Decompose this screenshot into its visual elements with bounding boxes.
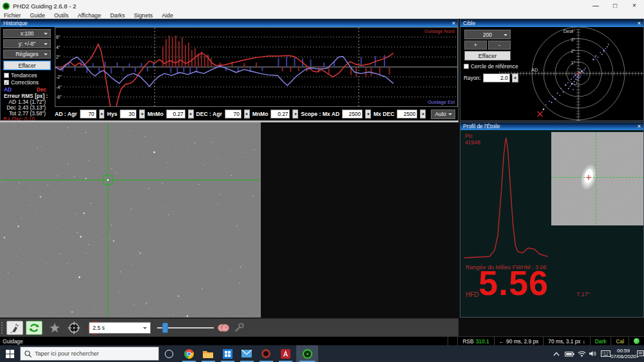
cal-status-cell: Cal [611, 337, 629, 345]
dec-mode-dropdown[interactable]: Auto [431, 110, 455, 119]
advanced-settings-button[interactable] [215, 321, 232, 335]
tray-chevron-button[interactable] [551, 345, 562, 362]
trend-checkbox-row[interactable]: Tendances [4, 72, 37, 79]
corrections-checkbox[interactable]: ✓ [4, 80, 9, 85]
dec-agr-stepper[interactable] [244, 110, 250, 119]
history-close-icon[interactable]: × [452, 20, 455, 26]
ad-agr-input[interactable] [80, 110, 97, 119]
target-panel-titlebar[interactable]: Cible × [460, 19, 643, 27]
svg-text:2": 2" [571, 49, 576, 53]
mnmo-ra-stepper[interactable] [188, 110, 194, 119]
target-zoom-in-button[interactable]: + [464, 41, 487, 50]
yscale-value: y: +/-8" [19, 41, 35, 47]
hys-label: Hys [107, 111, 117, 117]
target-zoom-out-button[interactable]: - [488, 41, 511, 50]
guide-camera-frame[interactable] [0, 122, 261, 318]
history-panel-titlebar[interactable]: Historique × [1, 19, 458, 27]
tray-wifi[interactable] [576, 345, 587, 362]
taskbar-mail[interactable] [237, 345, 256, 362]
mnmo-dec-input[interactable] [270, 110, 290, 119]
taskbar-search-box[interactable] [20, 347, 159, 361]
mx-dec-stepper[interactable] [420, 110, 426, 119]
history-xscale-dropdown[interactable]: x:100 [3, 29, 51, 38]
history-clear-button[interactable]: Effacer [3, 61, 51, 70]
menu-guide[interactable]: Guide [30, 12, 44, 19]
taskbar-red-ring-app[interactable] [256, 345, 276, 362]
profile-panel-titlebar[interactable]: Profil de l'Étoile × [460, 122, 643, 130]
search-input[interactable] [35, 350, 144, 357]
stretch-slider-thumb[interactable] [162, 323, 168, 333]
corrections-checkbox-row[interactable]: ✓ Corrections [4, 79, 39, 86]
main-toolbar: STOP 2.5 s [0, 318, 459, 336]
menu-affichage[interactable]: Affichage [77, 12, 101, 19]
cortana-button[interactable] [160, 345, 178, 362]
menu-darks[interactable]: Darks [110, 12, 125, 19]
action-center-button[interactable] [636, 345, 644, 362]
target-clear-button[interactable]: Effacer [464, 51, 511, 61]
radius-input[interactable] [483, 73, 510, 82]
svg-text:Dec: Dec [564, 28, 573, 34]
ref-circle-label: Cercle de référence [471, 63, 518, 70]
mnmo-ra-input[interactable] [166, 110, 185, 119]
minimize-button[interactable]: — [586, 0, 605, 12]
mnmo-dec-stepper[interactable] [292, 110, 298, 119]
history-yscale-dropdown[interactable]: y: +/-8" [3, 39, 51, 48]
connected-indicator-icon [634, 338, 639, 344]
target-zoom-dropdown[interactable]: 200 [464, 30, 511, 39]
trend-checkbox[interactable] [4, 73, 9, 78]
hys-input[interactable] [120, 110, 137, 119]
history-settings-dropdown[interactable]: Réglages [3, 50, 51, 59]
action-center-icon [637, 350, 644, 357]
target-panel-title: Cible [463, 20, 475, 26]
menu-fichier[interactable]: Fichier [4, 12, 21, 19]
taskbar-store[interactable] [218, 345, 237, 362]
start-guiding-button[interactable] [66, 321, 82, 335]
taskbar-chrome[interactable] [179, 345, 198, 362]
connect-equipment-button[interactable] [6, 321, 23, 335]
tray-volume[interactable] [587, 345, 599, 362]
connection-status-cell [629, 337, 644, 345]
profile-close-icon[interactable]: × [638, 123, 641, 129]
taskbar-adobe-reader[interactable] [276, 345, 295, 362]
legend-dec: Dec [37, 86, 46, 93]
dec-agr-input[interactable] [225, 110, 242, 119]
mx-ad-stepper[interactable] [365, 110, 371, 119]
hfd-arcsec: 7.17" [576, 291, 590, 298]
crosshair-horizontal-line [0, 180, 261, 180]
ref-circle-checkbox-row[interactable]: Cercle de référence [464, 63, 518, 70]
camera-settings-button[interactable] [231, 321, 247, 335]
hys-stepper[interactable] [139, 110, 145, 119]
toolbar-grip[interactable] [1, 322, 4, 334]
tray-battery[interactable] [563, 345, 576, 362]
taskbar-phd2-active[interactable] [296, 345, 318, 362]
target-close-icon[interactable]: × [638, 20, 641, 26]
start-button[interactable] [0, 345, 19, 362]
history-graph-plot: 6"4"2"-2"-4"-6" [55, 27, 458, 107]
menu-signets[interactable]: Signets [134, 12, 153, 19]
phd2-application-window: PHD2 Guiding 2.6.8 - 2 — □ × Fichier Gui… [0, 0, 644, 362]
star-profile-plot [462, 131, 551, 265]
taskbar-clock[interactable]: 00:59 07/06/2020 [611, 345, 636, 362]
menu-aide[interactable]: Aide [162, 12, 173, 19]
mx-dec-input[interactable] [397, 110, 417, 119]
tray-keyboard[interactable] [599, 345, 612, 362]
history-panel-title: Historique [3, 20, 28, 26]
maximize-button[interactable]: □ [605, 0, 625, 12]
clock-date: 07/06/2020 [611, 354, 636, 359]
settings-value: Réglages [15, 51, 38, 57]
ref-circle-checkbox[interactable] [464, 64, 469, 69]
guide-target-icon [68, 321, 80, 334]
auto-select-star-button[interactable] [46, 321, 63, 335]
loop-exposure-button[interactable] [26, 321, 43, 335]
window-titlebar[interactable]: PHD2 Guiding 2.6.8 - 2 — □ × [0, 0, 644, 12]
trend-label: Tendances [11, 72, 37, 79]
radius-stepper[interactable] [512, 73, 518, 82]
ad-agr-stepper[interactable] [99, 110, 105, 119]
menu-outils[interactable]: Outils [54, 12, 69, 19]
mx-ad-input[interactable] [342, 110, 363, 119]
search-icon [24, 350, 32, 357]
exposure-dropdown[interactable]: 2.5 s [89, 322, 151, 334]
mnmo-ra-label: MnMo [147, 111, 164, 117]
taskbar-explorer[interactable] [198, 345, 218, 362]
close-button[interactable]: × [625, 0, 644, 12]
